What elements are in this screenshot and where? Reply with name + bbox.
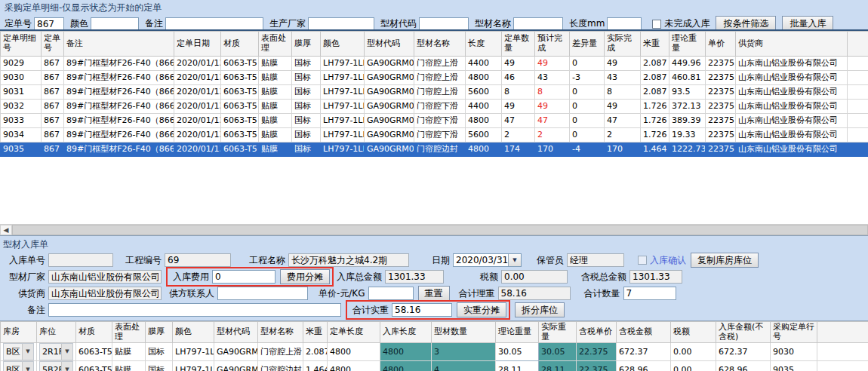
- split-location-button[interactable]: 拆分库位: [515, 302, 565, 317]
- cell[interactable]: 867: [42, 57, 64, 71]
- cell[interactable]: 1.726: [641, 114, 669, 128]
- cell[interactable]: 0: [570, 128, 605, 143]
- cell[interactable]: 贴膜: [259, 57, 292, 71]
- column-header[interactable]: 定单数量: [502, 32, 535, 57]
- table-row[interactable]: B区▼5B2F▼6063-T5贴膜国标LH797-1LL0GA90GRM05门帘…: [1, 361, 868, 371]
- total-actual-input[interactable]: [392, 303, 452, 317]
- cell[interactable]: 贴膜: [112, 343, 146, 361]
- cell[interactable]: 628.96: [716, 361, 771, 371]
- column-header[interactable]: 表面处理: [112, 322, 146, 343]
- cell[interactable]: 2.087: [303, 343, 328, 361]
- cell[interactable]: 22375: [706, 143, 736, 157]
- cell[interactable]: 贴膜: [259, 100, 292, 114]
- cell[interactable]: GA90GRM03: [365, 71, 414, 85]
- cell[interactable]: LH797-1LL0: [173, 343, 214, 361]
- cell[interactable]: 47: [535, 114, 570, 128]
- cell[interactable]: LH797-1LL0: [321, 85, 365, 100]
- cell[interactable]: 门帘腔上滑: [414, 71, 466, 85]
- cell[interactable]: 867: [42, 85, 64, 100]
- cell[interactable]: 22375: [706, 114, 736, 128]
- keeper-input[interactable]: [567, 253, 624, 267]
- cell[interactable]: 49: [502, 100, 535, 114]
- cell[interactable]: 8: [502, 85, 535, 100]
- cell[interactable]: 30.05: [539, 343, 577, 361]
- entry-fee-input[interactable]: [212, 270, 275, 284]
- cell[interactable]: 2020/01/13: [174, 143, 221, 157]
- cell[interactable]: 6063-T5: [221, 128, 259, 143]
- date-picker[interactable]: 2020/03/31 ▼: [453, 253, 522, 267]
- cell[interactable]: 460.81: [669, 71, 706, 85]
- cell[interactable]: 贴膜: [112, 361, 146, 371]
- table-row[interactable]: 903186789#门框型材F26-F40（866+867）2020/01/13…: [1, 85, 868, 100]
- cell[interactable]: 门帘腔下滑: [414, 128, 466, 143]
- manufacturer-input[interactable]: [308, 17, 374, 31]
- cell[interactable]: 国标: [292, 71, 321, 85]
- cell[interactable]: 贴膜: [259, 71, 292, 85]
- table-row[interactable]: 903086789#门框型材F26-F40（866+867）2020/01/13…: [1, 71, 868, 85]
- cell[interactable]: 4800: [380, 343, 432, 361]
- cell[interactable]: 9029: [1, 57, 42, 71]
- cell[interactable]: 6063-T5: [76, 343, 112, 361]
- cell[interactable]: 国标: [292, 114, 321, 128]
- tax-total-input[interactable]: [629, 270, 682, 284]
- cell[interactable]: 89#门框型材F26-F40（866+867）: [64, 85, 174, 100]
- cell[interactable]: 49: [605, 57, 641, 71]
- profile-code-input[interactable]: [419, 17, 469, 31]
- reset-button[interactable]: 重置: [418, 286, 450, 301]
- cell[interactable]: 4800: [466, 114, 502, 128]
- column-header[interactable]: 供货商: [736, 32, 848, 57]
- chevron-down-icon[interactable]: ▼: [61, 344, 72, 360]
- cell[interactable]: 4800: [328, 343, 380, 361]
- cell[interactable]: 门帘腔下滑: [414, 100, 466, 114]
- cell[interactable]: 46: [502, 71, 535, 85]
- cell[interactable]: 国标: [292, 100, 321, 114]
- unfinished-checkbox[interactable]: [652, 20, 661, 29]
- cell[interactable]: 867: [42, 71, 64, 85]
- cell[interactable]: 国标: [292, 85, 321, 100]
- cell[interactable]: LH797-1LL0: [321, 143, 365, 157]
- chevron-down-icon[interactable]: ▼: [61, 362, 72, 371]
- column-header[interactable]: 定单日期: [174, 32, 221, 57]
- cell[interactable]: 449.96: [669, 57, 706, 71]
- supplier-input[interactable]: [48, 287, 162, 300]
- cell[interactable]: 国标: [292, 57, 321, 71]
- cell[interactable]: 49: [535, 57, 570, 71]
- cell[interactable]: 门帘腔上滑: [258, 343, 303, 361]
- table-row[interactable]: B区▼2R1F▼6063-T5贴膜国标LH797-1LL0GA90GRM03门帘…: [1, 343, 868, 361]
- cell[interactable]: 山东南山铝业股份有限公司: [736, 100, 848, 114]
- table-row[interactable]: 903386789#门框型材F26-F40（866+867）2020/01/13…: [1, 114, 868, 128]
- cell[interactable]: 22375: [706, 85, 736, 100]
- cell[interactable]: 国标: [292, 143, 321, 157]
- cell[interactable]: 49: [605, 100, 641, 114]
- cell[interactable]: 22375: [706, 128, 736, 143]
- cell[interactable]: 2020/01/13: [174, 85, 221, 100]
- cell[interactable]: GA90GRM05: [214, 361, 258, 371]
- total-qty-input[interactable]: [623, 287, 676, 300]
- cell[interactable]: 22375: [706, 71, 736, 85]
- fee-split-button[interactable]: 费用分摊: [280, 269, 330, 284]
- cell[interactable]: 2: [502, 128, 535, 143]
- length-input[interactable]: [607, 17, 642, 31]
- cell[interactable]: 2020/01/13: [174, 71, 221, 85]
- cell[interactable]: GA90GRM03: [214, 343, 258, 361]
- column-header[interactable]: 库房: [1, 322, 37, 343]
- column-header[interactable]: 定单明细号: [1, 32, 42, 57]
- cell[interactable]: 4400: [466, 57, 502, 71]
- cell[interactable]: 9035: [771, 361, 817, 371]
- cell[interactable]: 9035: [1, 143, 42, 157]
- column-header[interactable]: 长度: [466, 32, 502, 57]
- cell[interactable]: 22375: [706, 100, 736, 114]
- cell[interactable]: 1.726: [641, 128, 669, 143]
- cell[interactable]: 628.96: [617, 361, 671, 371]
- column-header[interactable]: 膜厚: [146, 322, 173, 343]
- cell[interactable]: 6063-T5: [221, 100, 259, 114]
- column-header[interactable]: 入库长度: [380, 322, 432, 343]
- cell[interactable]: 山东南山铝业股份有限公司: [736, 114, 848, 128]
- column-header[interactable]: 颜色: [173, 322, 214, 343]
- cell[interactable]: 89#门框型材F26-F40（866+867）: [64, 128, 174, 143]
- cell[interactable]: 4: [432, 361, 496, 371]
- cell[interactable]: 6063-T5: [221, 57, 259, 71]
- column-header[interactable]: 型材数量: [432, 322, 496, 343]
- cell[interactable]: 93.5: [669, 85, 706, 100]
- cell[interactable]: 9032: [1, 100, 42, 114]
